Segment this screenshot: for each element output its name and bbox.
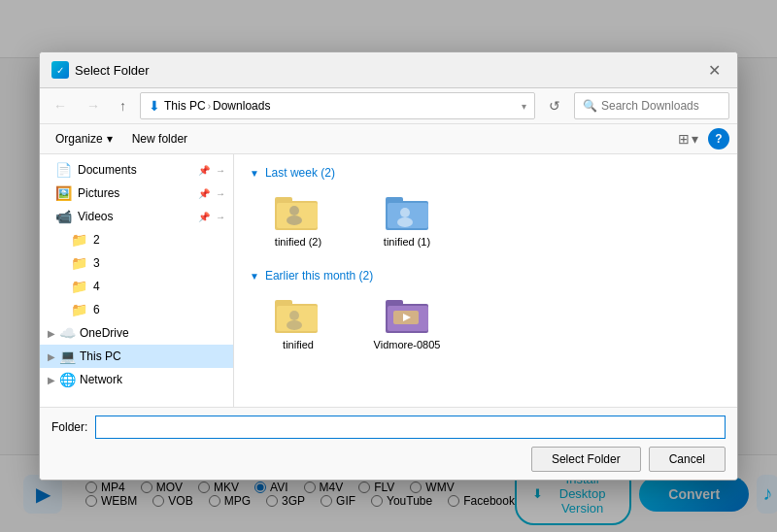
file-grid-earlier: tinified Vidmore-0805 [250, 290, 722, 356]
svg-point-13 [289, 311, 299, 320]
file-label-tinified1: tinified (1) [384, 236, 430, 248]
dialog-file-area: ▼ Last week (2) [234, 154, 737, 407]
pin-icon-documents: 📌 [198, 165, 210, 176]
address-path: This PC › Downloads [164, 99, 518, 113]
folder2-icon: 📁 [71, 232, 87, 248]
select-folder-dialog: ✓ Select Folder ✕ ← → ↑ ⬇ This PC › Down… [39, 51, 738, 481]
pin-icon-pictures: 📌 [198, 188, 210, 199]
section-toggle-earlier[interactable]: ▼ [250, 271, 259, 282]
dialog-close-button[interactable]: ✕ [702, 58, 726, 82]
view-chevron-icon: ▾ [692, 131, 698, 147]
path-downloads: Downloads [213, 99, 270, 113]
file-tinified-1[interactable]: tinified (1) [358, 187, 456, 253]
organize-button[interactable]: Organize ▾ [48, 129, 120, 149]
svg-point-8 [400, 208, 410, 217]
file-grid-last-week: tinified (2) tinified (1) [250, 187, 722, 253]
sidebar-item-onedrive[interactable]: ▶ ☁️ OneDrive [40, 321, 233, 345]
dialog-buttons: Select Folder Cancel [51, 447, 726, 472]
dialog-title: Select Folder [75, 63, 150, 78]
new-folder-button[interactable]: New folder [124, 129, 195, 149]
sidebar-item-documents[interactable]: 📄 Documents 📌 → [40, 158, 233, 182]
folder-input-row: Folder: [51, 416, 726, 439]
folder4-icon: 📁 [71, 279, 87, 294]
folder3-icon: 📁 [71, 255, 87, 271]
forward-button[interactable]: → [81, 96, 106, 116]
up-button[interactable]: ↑ [114, 96, 132, 116]
path-this-pc: This PC [164, 99, 206, 113]
section-last-week: ▼ Last week (2) [250, 166, 722, 180]
view-button[interactable]: ⊞ ▾ [672, 128, 704, 150]
arrow-icon-documents: → [216, 165, 225, 176]
file-tinified[interactable]: tinified [250, 290, 347, 356]
path-separator: › [208, 101, 211, 112]
folder-icon-tinified [275, 296, 321, 335]
folder-icon-address: ⬇ [149, 98, 160, 114]
dialog-app-icon: ✓ [51, 61, 69, 79]
sidebar-item-folder2[interactable]: 📁 2 [40, 228, 233, 251]
svg-point-14 [287, 320, 302, 330]
address-bar[interactable]: ⬇ This PC › Downloads ▾ [140, 92, 535, 119]
thispc-icon: 💻 [59, 349, 76, 364]
documents-icon: 📄 [55, 162, 72, 178]
sidebar-item-videos[interactable]: 📹 Videos 📌 → [40, 205, 233, 228]
organize-chevron-icon: ▾ [107, 132, 113, 146]
folder-icon-tinified1 [384, 193, 430, 232]
onedrive-expand-icon: ▶ [48, 328, 55, 339]
sidebar-item-network[interactable]: ▶ 🌐 Network [40, 368, 233, 391]
file-tinified-2[interactable]: tinified (2) [250, 187, 347, 253]
network-icon: 🌐 [59, 372, 76, 387]
sidebar-item-folder3[interactable]: 📁 3 [40, 251, 233, 275]
search-box: 🔍 [574, 92, 729, 119]
arrow-icon-videos: → [216, 212, 225, 222]
folder-label: Folder: [51, 420, 87, 434]
pictures-icon: 🖼️ [55, 185, 72, 201]
cancel-button[interactable]: Cancel [649, 447, 726, 472]
sidebar-item-this-pc[interactable]: ▶ 💻 This PC [40, 345, 233, 368]
file-label-tinified2: tinified (2) [275, 236, 321, 248]
svg-point-3 [289, 206, 299, 216]
dialog-overlay: ✓ Select Folder ✕ ← → ↑ ⬇ This PC › Down… [0, 0, 777, 532]
search-input[interactable] [601, 99, 721, 113]
help-button[interactable]: ? [708, 128, 729, 150]
arrow-icon-pictures: → [216, 188, 225, 199]
dialog-title-bar: ✓ Select Folder ✕ [40, 52, 737, 88]
dialog-body: 📄 Documents 📌 → 🖼️ Pictures 📌 → 📹 Videos [40, 154, 737, 407]
refresh-button[interactable]: ↺ [543, 96, 566, 116]
sidebar-item-folder4[interactable]: 📁 4 [40, 275, 233, 298]
folder6-icon: 📁 [71, 302, 87, 317]
network-expand-icon: ▶ [48, 375, 55, 385]
dialog-sidebar: 📄 Documents 📌 → 🖼️ Pictures 📌 → 📹 Videos [40, 154, 234, 407]
back-button[interactable]: ← [48, 96, 73, 116]
search-icon: 🔍 [583, 99, 597, 113]
onedrive-icon: ☁️ [59, 325, 76, 341]
sidebar-item-folder6[interactable]: 📁 6 [40, 298, 233, 321]
pin-icon-videos: 📌 [198, 212, 210, 222]
svg-point-4 [287, 216, 302, 225]
section-toggle-last-week[interactable]: ▼ [250, 168, 259, 179]
file-vidmore[interactable]: Vidmore-0805 [358, 290, 456, 356]
sidebar-item-pictures[interactable]: 🖼️ Pictures 📌 → [40, 182, 233, 205]
file-label-vidmore: Vidmore-0805 [374, 339, 441, 350]
dialog-organize-toolbar: Organize ▾ New folder ⊞ ▾ ? [40, 124, 737, 154]
folder-icon-tinified2 [275, 193, 321, 232]
view-icon: ⊞ [678, 131, 690, 147]
folder-input[interactable] [95, 416, 726, 439]
dialog-title-left: ✓ Select Folder [51, 61, 150, 79]
dialog-footer: Folder: Select Folder Cancel [40, 407, 737, 480]
videos-icon: 📹 [55, 209, 72, 224]
svg-point-9 [397, 217, 413, 227]
section-earlier-month: ▼ Earlier this month (2) [250, 269, 722, 283]
folder-icon-vidmore [384, 296, 430, 335]
select-folder-button[interactable]: Select Folder [531, 447, 641, 472]
dialog-nav-toolbar: ← → ↑ ⬇ This PC › Downloads ▾ ↺ 🔍 [40, 88, 737, 124]
address-chevron-icon: ▾ [522, 101, 526, 112]
thispc-expand-icon: ▶ [48, 351, 55, 362]
file-label-tinified: tinified [283, 339, 314, 350]
